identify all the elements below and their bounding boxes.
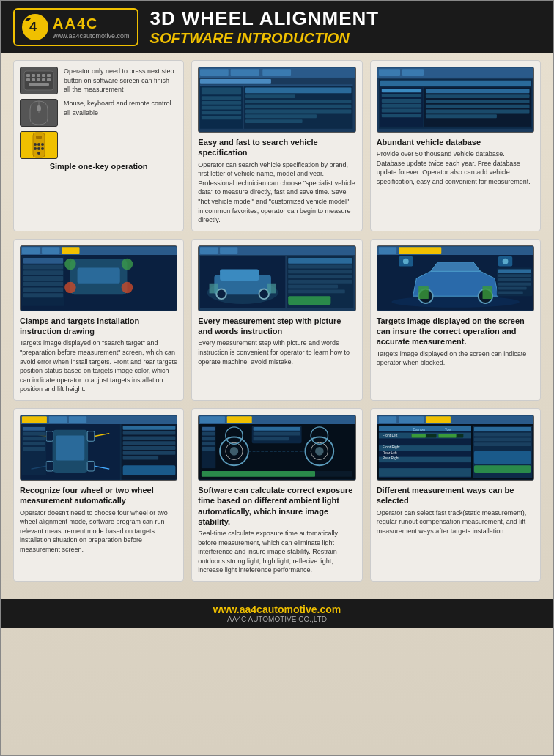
svg-rect-34 bbox=[202, 96, 241, 100]
svg-rect-155 bbox=[123, 441, 176, 445]
svg-rect-139 bbox=[46, 461, 53, 471]
svg-point-120 bbox=[403, 259, 409, 264]
keyboard-icon-box bbox=[20, 67, 58, 94]
header-title-main: 3D WHEEL ALIGNMENT bbox=[150, 7, 380, 30]
svg-rect-12 bbox=[47, 78, 51, 81]
svg-rect-52 bbox=[380, 81, 531, 86]
remote-icon-box bbox=[20, 131, 58, 159]
svg-point-19 bbox=[34, 143, 37, 146]
svg-rect-179 bbox=[202, 471, 315, 477]
svg-text:Front Left: Front Left bbox=[382, 434, 397, 437]
svg-rect-6 bbox=[42, 74, 45, 77]
svg-rect-62 bbox=[426, 94, 530, 98]
svg-rect-17 bbox=[36, 136, 42, 139]
svg-text:4: 4 bbox=[29, 20, 37, 34]
screenshot-targets-image bbox=[377, 245, 534, 311]
svg-rect-41 bbox=[245, 94, 295, 98]
svg-rect-85 bbox=[23, 287, 63, 292]
svg-rect-200 bbox=[379, 468, 471, 477]
svg-rect-98 bbox=[267, 284, 276, 294]
svg-rect-131 bbox=[22, 416, 47, 423]
svg-point-18 bbox=[37, 143, 40, 146]
svg-point-22 bbox=[34, 147, 37, 150]
svg-rect-216 bbox=[474, 451, 531, 464]
svg-rect-31 bbox=[200, 85, 352, 86]
svg-point-24 bbox=[37, 152, 40, 155]
svg-rect-4 bbox=[32, 74, 35, 77]
remote-row bbox=[20, 131, 177, 159]
svg-point-96 bbox=[259, 289, 270, 299]
grid-row-3: Recognize four wheel or two wheel measur… bbox=[13, 408, 541, 582]
svg-rect-199 bbox=[379, 462, 471, 468]
clamps-body: Targets image displayed on "search targe… bbox=[20, 338, 177, 394]
mouse-row: Mouse, keyboard and remote control all a… bbox=[20, 99, 177, 127]
footer-company: AA4C AUTOMOTIVE CO.,LTD bbox=[6, 615, 548, 623]
svg-rect-195 bbox=[379, 440, 471, 445]
footer: www.aa4cautomotive.com AA4C AUTOMOTIVE C… bbox=[1, 599, 553, 628]
svg-rect-43 bbox=[245, 105, 351, 108]
page-wrapper: 4 AA4C www.aa4cautomotive.com 3D WHEEL A… bbox=[0, 0, 554, 756]
svg-rect-38 bbox=[202, 116, 241, 119]
svg-rect-117 bbox=[482, 286, 492, 298]
svg-point-75 bbox=[122, 259, 133, 270]
exposure-body: Real-time calculate exposure time automa… bbox=[198, 529, 355, 575]
svg-rect-110 bbox=[379, 247, 396, 254]
svg-rect-147 bbox=[23, 432, 45, 436]
svg-rect-185 bbox=[202, 447, 215, 451]
svg-rect-66 bbox=[426, 114, 497, 118]
svg-rect-111 bbox=[399, 247, 441, 254]
simple-operation-label: Simple one-key operation bbox=[20, 162, 177, 171]
cell-measurement-steps: Every measurement step with picture and … bbox=[191, 239, 362, 401]
measurement-ways-title: Different measurement ways can be select… bbox=[377, 485, 534, 506]
svg-rect-30 bbox=[200, 79, 271, 84]
svg-rect-33 bbox=[202, 88, 241, 95]
svg-point-21 bbox=[37, 147, 40, 150]
svg-rect-36 bbox=[202, 106, 241, 110]
svg-rect-103 bbox=[289, 275, 352, 278]
svg-point-20 bbox=[41, 143, 44, 146]
screenshot-exposure bbox=[198, 415, 355, 481]
svg-rect-65 bbox=[426, 110, 530, 114]
vehicle-search-body: Operator can search vehicle specificatio… bbox=[198, 160, 355, 225]
svg-rect-214 bbox=[474, 437, 531, 441]
svg-point-121 bbox=[502, 259, 508, 264]
screenshot-clamps bbox=[20, 245, 177, 311]
svg-rect-56 bbox=[381, 99, 421, 103]
svg-rect-97 bbox=[210, 284, 218, 294]
cell-exposure: Software can calculate correct exposure … bbox=[191, 408, 362, 582]
svg-rect-27 bbox=[200, 69, 229, 76]
svg-rect-190 bbox=[426, 416, 451, 423]
svg-text:Front Right: Front Right bbox=[382, 445, 400, 449]
svg-rect-63 bbox=[426, 100, 530, 103]
svg-rect-57 bbox=[381, 104, 421, 108]
svg-rect-35 bbox=[202, 101, 241, 105]
svg-text:Rear Left: Rear Left bbox=[382, 451, 397, 455]
measurement-ways-body: Operator can select fast track(static me… bbox=[377, 508, 534, 536]
svg-rect-212 bbox=[474, 427, 531, 431]
svg-rect-105 bbox=[289, 284, 339, 288]
logo-aa4c: AA4C bbox=[53, 15, 130, 32]
svg-rect-46 bbox=[245, 119, 303, 123]
svg-rect-83 bbox=[23, 276, 63, 281]
svg-rect-28 bbox=[231, 69, 259, 76]
svg-point-77 bbox=[122, 282, 133, 294]
four-wheel-body: Operator doesn't need to choose four whe… bbox=[20, 508, 177, 555]
svg-text:Rear Right: Rear Right bbox=[382, 456, 399, 460]
svg-rect-132 bbox=[49, 416, 67, 423]
svg-rect-40 bbox=[245, 88, 351, 94]
svg-rect-188 bbox=[379, 416, 396, 423]
svg-rect-153 bbox=[123, 431, 176, 435]
svg-rect-213 bbox=[474, 433, 531, 437]
svg-rect-140 bbox=[87, 461, 95, 471]
svg-rect-48 bbox=[377, 67, 533, 78]
svg-rect-82 bbox=[23, 270, 63, 275]
svg-rect-45 bbox=[245, 114, 317, 118]
screenshot-measurement-ways: Camber Toe Front Left Front Right Rear L… bbox=[377, 415, 534, 481]
svg-rect-90 bbox=[220, 247, 237, 254]
svg-rect-70 bbox=[42, 247, 59, 254]
grid-row-1: Operator only need to press next step bu… bbox=[13, 60, 541, 231]
svg-rect-177 bbox=[254, 437, 289, 440]
svg-point-95 bbox=[217, 289, 227, 299]
svg-rect-13 bbox=[29, 83, 49, 86]
svg-rect-215 bbox=[474, 442, 531, 446]
